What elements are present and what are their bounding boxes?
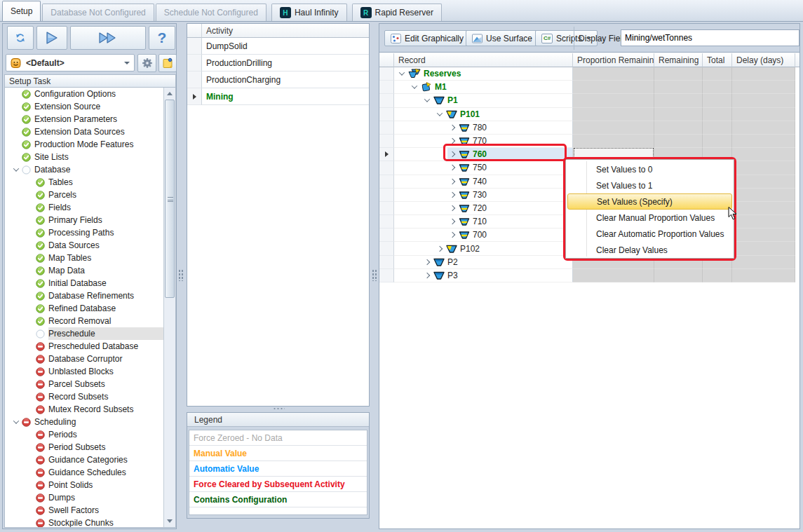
record-cell[interactable]: P2 — [394, 256, 573, 269]
value-cell[interactable] — [732, 94, 795, 107]
sidebar-item-parcels[interactable]: Parcels — [5, 189, 175, 201]
expander-open-icon[interactable] — [437, 110, 443, 116]
record-cell[interactable]: P102 — [394, 242, 573, 255]
value-cell[interactable] — [732, 108, 795, 121]
edit-graphically-button[interactable]: Edit Graphically — [384, 30, 470, 46]
sidebar-item-guidance-schedules[interactable]: Guidance Schedules — [5, 466, 175, 479]
record-cell[interactable]: P101 — [394, 108, 573, 121]
tab-rapid-reserver[interactable]: R Rapid Reserver — [352, 4, 442, 21]
sidebar-item-fields[interactable]: Fields — [5, 201, 175, 214]
pane-splitter-handle[interactable] — [178, 269, 184, 281]
record-cell[interactable]: P3 — [394, 269, 573, 282]
value-cell[interactable] — [703, 269, 732, 282]
tab-haul-infinity[interactable]: H Haul Infinity — [271, 4, 347, 21]
notes-button[interactable] — [158, 54, 177, 72]
sidebar-item-swell-factors[interactable]: Swell Factors — [5, 504, 175, 517]
value-cell[interactable] — [654, 108, 703, 121]
sidebar-item-initial-database[interactable]: Initial Database — [5, 277, 175, 289]
sidebar-item-production-mode-features[interactable]: Production Mode Features — [5, 138, 175, 151]
record-cell[interactable]: 780 — [394, 121, 573, 135]
expander-open-icon[interactable] — [13, 418, 19, 423]
value-cell[interactable] — [654, 269, 703, 282]
sidebar-item-primary-fields[interactable]: Primary Fields — [5, 214, 175, 226]
scroll-up-icon[interactable] — [167, 92, 173, 95]
column-header-proportion-remaining[interactable]: Proportion Remaining — [573, 53, 654, 67]
activity-row-productiondrilling[interactable]: ProductionDrilling — [187, 55, 369, 71]
expander-closed-icon[interactable] — [450, 232, 455, 238]
expander-closed-icon[interactable] — [450, 192, 455, 198]
scrollbar-thumb[interactable] — [165, 100, 175, 298]
value-cell[interactable] — [573, 108, 654, 121]
column-header-remaining[interactable]: Remaining — [654, 53, 703, 67]
value-cell[interactable] — [703, 121, 732, 135]
sidebar-item-extension-source[interactable]: Extension Source — [5, 100, 175, 113]
sidebar-item-database[interactable]: Database — [5, 163, 175, 176]
settings-button[interactable] — [137, 54, 156, 72]
value-cell[interactable] — [703, 108, 732, 121]
record-row-780[interactable]: 780 — [379, 121, 799, 135]
value-cell[interactable] — [703, 135, 732, 148]
activity-row-productioncharging[interactable]: ProductionCharging — [187, 71, 369, 88]
value-cell[interactable] — [732, 121, 795, 135]
expander-open-icon[interactable] — [13, 165, 19, 171]
menu-item-set-values-specify[interactable]: Set Values (Specify) — [567, 193, 732, 210]
value-cell[interactable] — [732, 67, 795, 81]
value-cell[interactable] — [573, 269, 654, 282]
sidebar-item-period-subsets[interactable]: Period Subsets — [5, 441, 175, 453]
expander-closed-icon[interactable] — [450, 138, 455, 144]
value-cell[interactable] — [573, 67, 654, 81]
record-cell[interactable]: 740 — [394, 175, 573, 189]
menu-item-clear-delay-values[interactable]: Clear Delay Values — [567, 242, 733, 258]
column-header-delay-days[interactable]: Delay (days) — [732, 53, 795, 67]
sidebar-item-extension-parameters[interactable]: Extension Parameters — [5, 113, 175, 125]
expander-closed-icon[interactable] — [450, 125, 455, 130]
value-cell[interactable] — [573, 81, 654, 94]
sidebar-item-periods[interactable]: Periods — [5, 428, 175, 441]
expander-closed-icon[interactable] — [450, 151, 455, 157]
record-row-p3[interactable]: P3 — [379, 269, 799, 282]
sidebar-item-processing-paths[interactable]: Processing Paths — [5, 226, 175, 239]
sidebar-item-data-sources[interactable]: Data Sources — [5, 239, 175, 252]
value-cell[interactable] — [654, 135, 703, 148]
sidebar-item-parcel-subsets[interactable]: Parcel Subsets — [5, 378, 175, 390]
value-cell[interactable] — [703, 81, 732, 94]
column-header-record[interactable]: Record — [394, 53, 573, 67]
value-cell[interactable] — [732, 215, 795, 229]
record-cell[interactable]: 700 — [394, 229, 573, 242]
record-cell[interactable]: Reserves — [394, 67, 573, 81]
refresh-button[interactable] — [7, 26, 34, 50]
sidebar-item-scheduling[interactable]: Scheduling — [5, 416, 175, 428]
record-row-m1[interactable]: M1 — [379, 81, 799, 94]
sidebar-item-map-tables[interactable]: Map Tables — [5, 252, 175, 264]
expander-open-icon[interactable] — [399, 69, 405, 75]
sidebar-scrollbar[interactable] — [163, 88, 175, 527]
sidebar-item-record-removal[interactable]: Record Removal — [5, 315, 175, 327]
sidebar-item-record-subsets[interactable]: Record Subsets — [5, 390, 175, 403]
value-cell[interactable] — [703, 94, 732, 107]
run-button[interactable] — [36, 26, 67, 50]
value-cell[interactable] — [573, 94, 654, 107]
sidebar-item-database-refinements[interactable]: Database Refinements — [5, 289, 175, 302]
sidebar-item-site-lists[interactable]: Site Lists — [5, 151, 175, 163]
tab-schedule-not-configured[interactable]: Schedule Not Configured — [156, 4, 266, 21]
record-cell[interactable]: 730 — [394, 189, 573, 202]
sidebar-item-dumps[interactable]: Dumps — [5, 491, 175, 504]
record-cell[interactable]: 720 — [394, 202, 573, 215]
record-row-p101[interactable]: P101 — [379, 108, 799, 121]
activity-row-dumpsolid[interactable]: DumpSolid — [187, 38, 369, 55]
record-cell[interactable]: 770 — [394, 135, 573, 148]
expander-closed-icon[interactable] — [450, 178, 455, 184]
value-cell[interactable] — [654, 94, 703, 107]
value-cell[interactable] — [732, 229, 795, 242]
sidebar-item-refined-database[interactable]: Refined Database — [5, 302, 175, 315]
value-cell[interactable] — [732, 189, 795, 202]
sidebar-item-unblasted-blocks[interactable]: Unblasted Blocks — [5, 365, 175, 378]
expander-closed-icon[interactable] — [450, 219, 455, 224]
activity-row-mining[interactable]: Mining — [187, 88, 369, 105]
value-cell[interactable] — [573, 135, 654, 148]
value-cell[interactable] — [654, 81, 703, 94]
activity-column-header[interactable]: Activity — [202, 24, 369, 38]
value-cell[interactable] — [732, 161, 795, 175]
record-cell[interactable]: 710 — [394, 215, 573, 229]
sidebar-item-database-corruptor[interactable]: Database Corruptor — [5, 353, 175, 365]
